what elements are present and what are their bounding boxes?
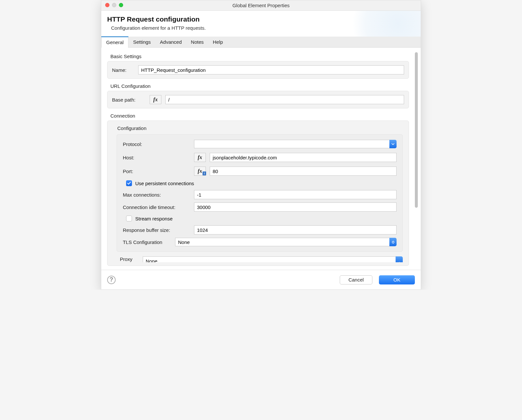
configuration-group: Protocol: Host: fx bbox=[117, 134, 403, 252]
basic-settings-title: Basic Settings bbox=[110, 54, 409, 59]
titlebar: Global Element Properties bbox=[101, 0, 421, 11]
footer: ? Cancel OK bbox=[101, 270, 421, 289]
configuration-title: Configuration bbox=[117, 125, 403, 131]
name-input[interactable] bbox=[138, 65, 404, 74]
fx-button-basepath[interactable]: fx bbox=[150, 95, 161, 104]
tls-config-label: TLS Configuration bbox=[123, 239, 175, 245]
stepper-arrow-icon bbox=[396, 256, 403, 262]
host-input[interactable] bbox=[210, 153, 397, 162]
host-label: Host: bbox=[123, 155, 194, 160]
persistent-connections-label: Use persistent connections bbox=[135, 181, 194, 186]
port-label: Port: bbox=[123, 169, 194, 174]
minimize-window-button[interactable] bbox=[112, 3, 116, 7]
help-icon: ? bbox=[110, 276, 113, 283]
content: Basic Settings Name: URL Configuration B… bbox=[101, 48, 415, 270]
page-subtitle: Configuration element for a HTTP request… bbox=[111, 25, 415, 31]
url-config-title: URL Configuration bbox=[110, 83, 409, 89]
stream-response-label: Stream response bbox=[135, 216, 172, 221]
idle-timeout-label: Connection idle timeout: bbox=[123, 204, 194, 210]
stream-response-checkbox[interactable] bbox=[126, 216, 132, 221]
header-region: HTTP Request configuration Configuration… bbox=[101, 11, 421, 37]
tabbar: General Settings Advanced Notes Help bbox=[101, 37, 421, 48]
tab-notes[interactable]: Notes bbox=[186, 37, 208, 47]
tab-general[interactable]: General bbox=[101, 37, 128, 48]
tab-settings[interactable]: Settings bbox=[128, 37, 155, 47]
tls-config-select[interactable]: None bbox=[175, 238, 397, 246]
fx-button-port[interactable]: fx i bbox=[194, 167, 206, 176]
tab-help[interactable]: Help bbox=[208, 37, 227, 47]
tab-advanced[interactable]: Advanced bbox=[155, 37, 187, 47]
max-connections-input[interactable] bbox=[194, 190, 397, 199]
window-title: Global Element Properties bbox=[101, 3, 421, 8]
connection-group: Configuration Protocol: Host: fx bbox=[107, 121, 409, 266]
close-window-button[interactable] bbox=[105, 3, 109, 7]
tls-config-value: None bbox=[175, 238, 389, 246]
base-path-label: Base path: bbox=[112, 97, 150, 103]
proxy-label: Proxy bbox=[120, 256, 143, 262]
max-connections-label: Max connections: bbox=[123, 192, 194, 198]
protocol-select[interactable] bbox=[194, 140, 397, 148]
maximize-window-button[interactable] bbox=[119, 3, 123, 7]
fx-label: fx bbox=[198, 168, 202, 174]
base-path-input[interactable] bbox=[165, 95, 404, 104]
url-config-group: Base path: fx bbox=[107, 91, 409, 108]
info-badge-icon: i bbox=[203, 171, 206, 175]
fx-button-host[interactable]: fx bbox=[194, 153, 206, 162]
basic-settings-group: Name: bbox=[107, 61, 409, 79]
dropdown-arrow-icon bbox=[389, 140, 397, 148]
dialog-window: Global Element Properties HTTP Request c… bbox=[101, 0, 421, 290]
connection-title: Connection bbox=[110, 113, 409, 119]
idle-timeout-input[interactable] bbox=[194, 202, 397, 212]
buffer-size-label: Response buffer size: bbox=[123, 227, 194, 233]
proxy-value: None bbox=[143, 256, 396, 262]
traffic-lights bbox=[105, 3, 123, 7]
buffer-size-input[interactable] bbox=[194, 225, 397, 234]
ok-button[interactable]: OK bbox=[379, 275, 415, 284]
scrollbar-thumb[interactable] bbox=[415, 52, 418, 208]
scrollbar[interactable] bbox=[415, 51, 418, 267]
protocol-label: Protocol: bbox=[123, 141, 194, 147]
proxy-select[interactable]: None bbox=[143, 256, 403, 262]
persistent-connections-checkbox[interactable] bbox=[126, 180, 132, 186]
content-wrap: Basic Settings Name: URL Configuration B… bbox=[101, 48, 421, 270]
cancel-button[interactable]: Cancel bbox=[340, 275, 372, 284]
name-label: Name: bbox=[112, 67, 138, 73]
port-input[interactable] bbox=[210, 167, 397, 176]
help-button[interactable]: ? bbox=[107, 276, 116, 284]
protocol-value bbox=[194, 140, 389, 148]
stepper-arrow-icon bbox=[389, 238, 397, 246]
page-title: HTTP Request configuration bbox=[107, 15, 415, 23]
